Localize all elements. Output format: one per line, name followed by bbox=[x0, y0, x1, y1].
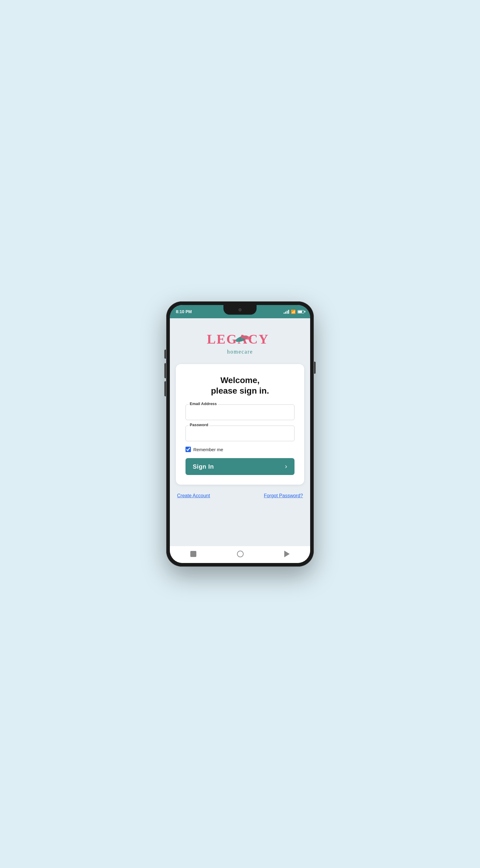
volume-up-button bbox=[164, 363, 166, 378]
wifi-icon: 📶 bbox=[291, 310, 296, 314]
status-bar: 8:10 PM 📶 bbox=[170, 305, 310, 318]
status-icons: 📶 bbox=[284, 310, 304, 314]
battery-icon bbox=[298, 310, 304, 313]
home-circle-icon[interactable] bbox=[237, 551, 244, 557]
phone-screen: 8:10 PM 📶 bbox=[170, 305, 310, 563]
camera bbox=[239, 308, 241, 311]
volume-down-button bbox=[164, 381, 166, 396]
password-label: Password bbox=[188, 423, 209, 427]
logo: LEGA CY homecare bbox=[207, 330, 273, 355]
back-triangle-icon[interactable] bbox=[284, 551, 290, 557]
signal-icon bbox=[284, 310, 289, 314]
bottom-nav bbox=[170, 546, 310, 563]
remember-row: Remember me bbox=[185, 447, 295, 452]
arrow-right-icon: › bbox=[285, 463, 287, 470]
email-field-wrapper: Email Address bbox=[185, 404, 295, 420]
logo-svg: LEGA CY bbox=[207, 330, 273, 347]
power-button bbox=[314, 362, 316, 374]
links-row: Create Account Forgot Password? bbox=[176, 493, 304, 498]
password-input[interactable] bbox=[185, 426, 295, 441]
mute-button bbox=[164, 350, 166, 359]
screen-content: LEGA CY homecare Welcome, please sign in… bbox=[170, 318, 310, 546]
signin-button[interactable]: Sign In › bbox=[185, 458, 295, 475]
remember-checkbox[interactable] bbox=[185, 447, 191, 452]
back-square-icon[interactable] bbox=[190, 551, 196, 557]
svg-text:CY: CY bbox=[248, 332, 269, 347]
forgot-password-link[interactable]: Forgot Password? bbox=[264, 493, 303, 498]
signin-label: Sign In bbox=[193, 463, 214, 470]
welcome-title: Welcome, please sign in. bbox=[185, 375, 295, 396]
create-account-link[interactable]: Create Account bbox=[177, 493, 210, 498]
email-label: Email Address bbox=[188, 401, 218, 406]
email-input[interactable] bbox=[185, 404, 295, 420]
status-time: 8:10 PM bbox=[176, 309, 192, 314]
notch bbox=[224, 305, 256, 315]
logo-homecare-text: homecare bbox=[207, 349, 273, 355]
remember-label: Remember me bbox=[193, 447, 223, 452]
logo-legacy-text: LEGA CY bbox=[207, 330, 273, 348]
login-card: Welcome, please sign in. Email Address P… bbox=[176, 364, 304, 485]
password-field-wrapper: Password bbox=[185, 426, 295, 441]
phone-frame: 8:10 PM 📶 bbox=[166, 301, 314, 567]
